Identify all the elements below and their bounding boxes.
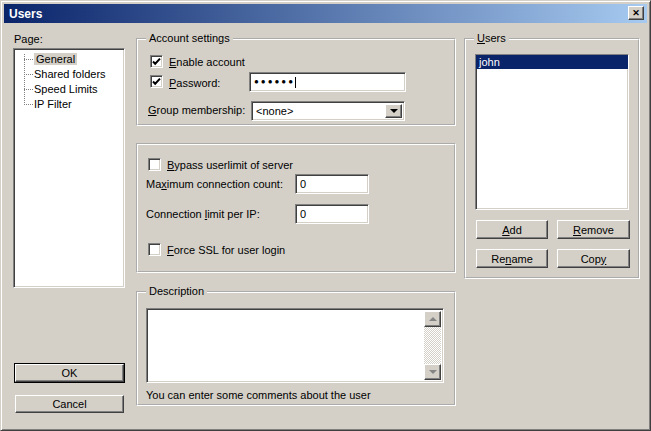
check-icon [151,76,162,87]
chevron-down-icon [390,109,398,117]
window-title: Users [9,7,42,21]
page-item-general[interactable]: General [24,52,124,67]
max-connection-count-label: Maximum connection count: [146,178,283,190]
group-membership-value: <none> [256,105,293,117]
page-item-label: Speed Limits [34,83,98,95]
page-label: Page: [14,33,43,45]
page-tree: General Shared folders Speed Limits IP F… [13,48,125,288]
connection-limit-per-ip-label: Connection limit per IP: [146,208,260,220]
account-settings-group: Account settings Enable account Password… [136,38,456,126]
description-hint: You can enter some comments about the us… [146,389,371,401]
users-group-title: Users [474,32,509,44]
page-item-shared-folders[interactable]: Shared folders [24,67,124,82]
enable-account-checkbox[interactable] [150,55,163,68]
max-connection-count-value: 0 [300,178,306,190]
combo-dropdown-button[interactable] [385,104,402,118]
title-bar[interactable]: Users ✕ [4,4,647,23]
scroll-up-button[interactable] [424,311,441,327]
rename-button[interactable]: Rename [476,249,548,268]
bypass-userlimit-label: Bypass userlimit of server [167,159,293,171]
force-ssl-label: Force SSL for user login [167,244,285,256]
page-item-speed-limits[interactable]: Speed Limits [24,82,124,97]
close-icon: ✕ [632,9,640,18]
users-listbox[interactable]: john [475,54,629,210]
page-item-ip-filter[interactable]: IP Filter [24,97,124,112]
arrow-down-icon [429,370,437,378]
users-group: Users john Add Remove Rename Copy [464,38,640,279]
add-button[interactable]: Add [476,220,548,239]
copy-button[interactable]: Copy [557,249,630,268]
connection-limit-per-ip-input[interactable]: 0 [295,204,369,224]
enable-account-label: Enable account [169,56,245,68]
scroll-down-button[interactable] [424,364,441,380]
force-ssl-checkbox[interactable] [148,243,161,256]
password-checkbox[interactable] [150,75,163,88]
password-input[interactable]: ●●●●●● [249,72,406,92]
arrow-up-icon [429,313,437,321]
group-membership-select[interactable]: <none> [251,101,405,121]
cancel-button[interactable]: Cancel [15,395,124,413]
password-value: ●●●●●● [254,78,295,86]
max-connection-count-input[interactable]: 0 [295,174,369,194]
description-group: Description You can enter some comments … [136,291,456,406]
password-label: Password: [169,77,220,89]
page-item-label: IP Filter [34,98,72,110]
limits-group: Bypass userlimit of server Maximum conne… [136,143,456,273]
users-dialog: Users ✕ Page: General Shared folders Spe… [0,0,651,431]
group-membership-label: Group membership: [148,104,245,116]
page-item-label: General [34,53,77,65]
check-icon [151,56,162,67]
user-list-item[interactable]: john [476,55,628,69]
description-scrollbar [424,311,441,380]
text-caret [295,77,296,88]
description-textarea[interactable] [146,308,444,383]
remove-button[interactable]: Remove [557,220,630,239]
page-item-label: Shared folders [34,68,106,80]
ok-button[interactable]: OK [15,364,124,382]
connection-limit-per-ip-value: 0 [300,208,306,220]
description-title: Description [146,285,207,297]
close-button[interactable]: ✕ [628,6,644,20]
account-settings-title: Account settings [146,32,233,44]
bypass-userlimit-checkbox[interactable] [148,158,161,171]
